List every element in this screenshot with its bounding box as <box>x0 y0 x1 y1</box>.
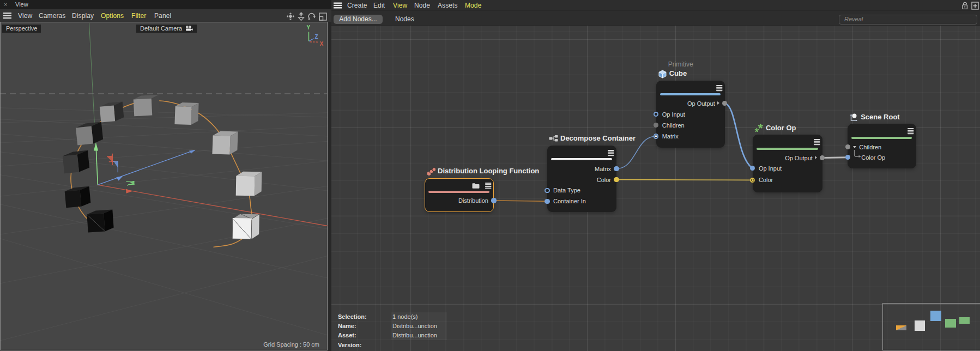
node-menu-icon[interactable] <box>608 149 614 159</box>
hamburger-menu-icon[interactable] <box>334 2 342 9</box>
sceneroot-icon <box>849 113 859 125</box>
menu-edit[interactable]: Edit <box>373 2 385 9</box>
info-row-selection: Selection:1 node(s) <box>338 312 447 322</box>
cube-left-upper[interactable] <box>76 122 103 146</box>
cube-top-middle[interactable] <box>134 95 160 117</box>
viewport-3d[interactable]: YZX Perspective Default Camera Grid Spac… <box>0 22 328 350</box>
menu-cameras[interactable]: Cameras <box>39 12 65 20</box>
viewport-menubar: View Cameras Display Options Filter Pane… <box>0 9 331 22</box>
info-value: Distribu...unction <box>391 322 447 331</box>
node-title-cube[interactable]: Cube <box>669 69 687 77</box>
menu-view[interactable]: View <box>18 12 32 20</box>
node-editor-menubar: Create Edit View Node Assets Mode <box>331 0 980 11</box>
node-color-strip <box>851 137 912 139</box>
viewport-dolly-icon[interactable] <box>297 12 305 21</box>
port-label: Children <box>662 122 685 129</box>
wire-distribution-to-container[interactable] <box>494 201 547 201</box>
info-value: Distribu...unction <box>391 331 447 340</box>
port-children-in[interactable] <box>845 144 850 149</box>
menu-create[interactable]: Create <box>347 2 367 9</box>
node-colorop[interactable] <box>753 135 822 192</box>
port-color-out[interactable] <box>614 177 619 182</box>
viewport-maximize-icon[interactable] <box>319 13 327 21</box>
tab-nodes[interactable]: Nodes <box>395 15 414 24</box>
node-folder-icon[interactable] <box>472 181 480 191</box>
search-input[interactable]: Reveal <box>839 15 977 25</box>
port-matrix-out[interactable] <box>614 166 619 171</box>
add-nodes-button[interactable]: Add Nodes... <box>334 15 383 24</box>
minimap-node-decompose <box>915 320 925 331</box>
projection-chip[interactable]: Perspective <box>2 25 41 33</box>
hamburger-menu-icon[interactable] <box>3 13 13 19</box>
cube-left-middle[interactable] <box>63 150 89 174</box>
port-label: Color <box>759 177 773 183</box>
node-title-colorop[interactable]: Color Op <box>766 124 796 132</box>
menu-node[interactable]: Node <box>414 2 430 9</box>
cube-bottom-left[interactable] <box>87 210 113 233</box>
menu-view-node-editor[interactable]: View <box>393 2 407 9</box>
wire-colorop-to-sceneroot[interactable] <box>822 158 848 158</box>
cube-top-right[interactable] <box>174 102 198 125</box>
add-panel-icon[interactable] <box>971 2 979 10</box>
port-expand-arrow[interactable] <box>815 156 817 159</box>
info-label: Version: <box>338 341 361 350</box>
viewport-panel-title: View <box>15 1 28 8</box>
port-label: Color Op <box>861 154 885 161</box>
menu-display[interactable]: Display <box>72 12 94 20</box>
port-label: Matrix <box>595 166 611 172</box>
cube-selected[interactable] <box>232 214 259 239</box>
node-menu-icon[interactable] <box>814 138 820 148</box>
minimap-node-distribution <box>896 325 907 330</box>
node-distribution[interactable] <box>425 178 494 213</box>
close-icon[interactable]: × <box>4 1 7 8</box>
port-label: Op Input <box>759 165 782 172</box>
menu-assets[interactable]: Assets <box>438 2 458 9</box>
camera-chip[interactable]: Default Camera <box>136 25 197 33</box>
port-label: Op Output <box>785 155 813 161</box>
port-container-in-in[interactable] <box>545 199 549 204</box>
menu-filter[interactable]: Filter <box>131 12 146 20</box>
node-menu-icon[interactable] <box>716 84 723 94</box>
port-data-type-in[interactable] <box>545 188 549 193</box>
selection-info-panel: Selection:1 node(s)Name:Distribu...uncti… <box>338 312 447 350</box>
port-label: Op Output <box>687 100 715 107</box>
port-label: Color <box>597 177 611 183</box>
cube-far-left-top[interactable] <box>100 101 124 122</box>
node-menu-icon[interactable] <box>908 127 914 137</box>
minimap[interactable] <box>882 303 980 350</box>
node-color-strip <box>551 158 612 160</box>
info-label: Asset: <box>338 331 356 340</box>
cube-right-middle[interactable] <box>236 172 262 196</box>
colorop-icon <box>754 124 764 135</box>
info-row-version: Version: <box>338 341 447 350</box>
info-label: Selection: <box>338 312 367 322</box>
lock-icon[interactable] <box>961 2 969 10</box>
port-matrix-in[interactable] <box>654 134 658 138</box>
node-graph-canvas[interactable]: Distribution Looping FunctionDistributio… <box>331 26 980 351</box>
node-title-decompose[interactable]: Decompose Container <box>560 134 636 142</box>
menu-mode[interactable]: Mode <box>465 2 481 9</box>
menu-panel[interactable]: Panel <box>154 12 171 20</box>
svg-text:Y: Y <box>307 25 311 31</box>
children-expander-icon[interactable] <box>853 146 856 148</box>
node-title-distribution[interactable]: Distribution Looping Function <box>438 167 539 175</box>
viewport-pan-icon[interactable] <box>286 12 295 21</box>
port-label: Data Type <box>553 187 580 193</box>
node-color-strip <box>428 191 489 193</box>
port-distribution-out[interactable] <box>491 198 496 203</box>
wire-color-to-colorop[interactable] <box>616 180 753 180</box>
cube-right-upper[interactable] <box>212 131 238 155</box>
node-title-sceneroot[interactable]: Scene Root <box>861 113 900 121</box>
svg-text:Z: Z <box>315 34 318 40</box>
menu-options[interactable]: Options <box>101 12 124 20</box>
cube-left-lower[interactable] <box>65 186 91 208</box>
node-menu-icon[interactable] <box>485 181 492 191</box>
wire-cube-to-colorop[interactable] <box>725 104 753 168</box>
viewport-titlebar: × View <box>0 0 331 9</box>
cube-icon <box>658 70 667 81</box>
viewport-rotate-icon[interactable] <box>307 12 316 21</box>
axis-gizmo: YZX <box>307 25 324 47</box>
port-expand-arrow[interactable] <box>717 101 719 105</box>
search-placeholder: Reveal <box>844 15 863 23</box>
viewport-panel: × View View Cameras Display Options Filt… <box>0 0 331 351</box>
